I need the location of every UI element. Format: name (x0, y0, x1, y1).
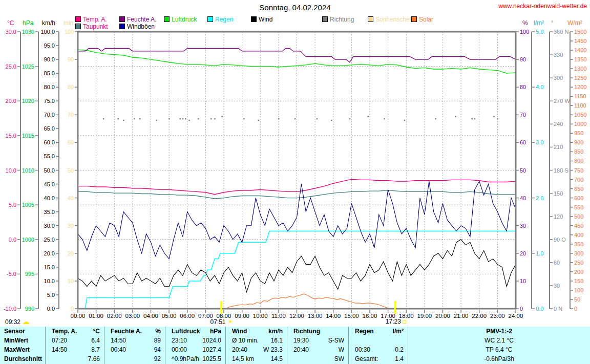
table-cell: Ø 10 min.16.1 (226, 336, 287, 345)
svg-text:10.0: 10.0 (6, 167, 16, 174)
sunset-square-icon (403, 320, 406, 324)
sunrise-time-value: 07:51 (210, 318, 225, 326)
svg-text:0.0: 0.0 (9, 237, 16, 243)
richtung-dot (455, 116, 456, 117)
richtung-dot (198, 118, 199, 120)
weather-station-page: Sonntag, 04.02.2024 www.neckar-odenwald-… (0, 0, 590, 364)
svg-text:10:00: 10:00 (253, 313, 268, 319)
table-row-label: Sensor (0, 327, 45, 336)
svg-text:800: 800 (574, 158, 583, 164)
column-name: Feuchte A. (111, 327, 142, 336)
richtung-dot (384, 118, 386, 120)
svg-text:450: 450 (574, 223, 583, 229)
table-column-pmv-1-2: PMV-1:-2WC 2.1 °CTP 6.4 °C-0.6hPa/3h (408, 327, 590, 364)
svg-text:0: 0 (574, 306, 577, 312)
svg-text:150: 150 (554, 190, 563, 197)
svg-text:4.0: 4.0 (536, 84, 543, 90)
svg-text:04:00: 04:00 (143, 313, 158, 319)
table-cell: 7.66 (46, 354, 104, 363)
svg-text:350: 350 (574, 241, 583, 247)
cell-time: 19:30 (293, 336, 309, 345)
table-column-richtung: Richtung19:30S-SW20:40WSW (287, 327, 348, 364)
richtung-dot (435, 118, 436, 120)
svg-text:0: 0 (71, 306, 74, 312)
cell-value: 0.2 (395, 345, 404, 354)
svg-text:03:00: 03:00 (125, 313, 140, 319)
cell-time: 00:40 (111, 345, 126, 354)
richtung-dot (317, 118, 318, 120)
svg-text:25.0: 25.0 (44, 237, 55, 243)
cell-time: 07:20 (52, 336, 67, 345)
table-cell: TP 6.4 °C (408, 345, 590, 354)
svg-text:1010: 1010 (22, 167, 34, 174)
cell-value: 1.4 (395, 354, 404, 363)
richtung-dot (168, 118, 170, 120)
svg-text:05:00: 05:00 (162, 313, 177, 319)
svg-text:40: 40 (520, 195, 526, 201)
richtung-dot (349, 118, 351, 120)
column-unit: % (155, 327, 161, 336)
svg-text:30: 30 (68, 223, 74, 229)
column-name: Wind (232, 327, 247, 336)
svg-text:90.0: 90.0 (44, 56, 55, 62)
morning-time-label: 09:32 ☁ (5, 317, 29, 326)
column-name: Regen (355, 327, 374, 336)
svg-text:85.0: 85.0 (44, 70, 55, 76)
svg-text:90: 90 (68, 56, 74, 62)
svg-text:300: 300 (554, 75, 563, 81)
svg-text:650: 650 (574, 186, 583, 192)
cell-value: S-SW (328, 336, 344, 345)
svg-text:70: 70 (520, 112, 526, 118)
svg-text:15:00: 15:00 (344, 313, 359, 319)
svg-text:600: 600 (574, 195, 583, 201)
richtung-dot (210, 118, 212, 120)
svg-text:0: 0 (520, 306, 523, 312)
svg-text:14:00: 14:00 (326, 313, 341, 319)
svg-text:0.0: 0.0 (47, 306, 55, 312)
svg-text:06:00: 06:00 (180, 313, 195, 319)
svg-text:0 N: 0 N (554, 306, 562, 312)
table-cell: Gesamt:1.4 (349, 354, 408, 363)
richtung-dot (117, 118, 119, 120)
svg-text:1005: 1005 (22, 202, 34, 208)
svg-text:500: 500 (574, 213, 583, 220)
cell-value: 92 (154, 354, 161, 363)
svg-text:995: 995 (25, 271, 34, 277)
richtung-dot (221, 116, 223, 117)
svg-text:210: 210 (554, 144, 563, 150)
table-cell: 20:40W (287, 345, 348, 354)
svg-text:21:00: 21:00 (454, 313, 469, 319)
table-column-header: PMV-1:-2 (408, 327, 590, 336)
svg-text:60.0: 60.0 (44, 139, 55, 145)
svg-text:1000: 1000 (574, 121, 586, 127)
cell-value: 89 (154, 336, 161, 345)
svg-text:10.0: 10.0 (44, 278, 55, 284)
table-column-header: Richtung (287, 327, 348, 336)
column-unit: °C (93, 327, 100, 336)
table-column-temp-a-: Temp. A.°C07:206.414:508.77.66 (45, 327, 104, 364)
svg-text:16:00: 16:00 (363, 313, 377, 319)
table-row-label-column: SensorMinWertMaxWertDurchschnitt (0, 327, 45, 364)
cell-value: 1024.0 (202, 336, 221, 345)
svg-text:50: 50 (68, 167, 74, 174)
svg-text:60: 60 (68, 139, 74, 145)
svg-text:50: 50 (520, 167, 526, 174)
svg-text:3.0: 3.0 (536, 139, 543, 145)
column-name: Temp. A. (52, 327, 77, 336)
svg-text:400: 400 (574, 232, 583, 238)
svg-text:24:00: 24:00 (509, 313, 523, 319)
table-cell: ^0.9hPa/h1025.5 (165, 354, 225, 363)
table-column-header: Regenl/m² (349, 327, 408, 336)
svg-text:950: 950 (574, 130, 583, 136)
svg-text:1500: 1500 (574, 29, 586, 35)
table-cell: 23:101024.0 (165, 336, 225, 345)
cell-value: 1027.4 (202, 345, 221, 354)
svg-text:240: 240 (554, 121, 563, 127)
svg-text:40: 40 (68, 195, 74, 201)
table-cell: 20:40W 23.3 (226, 345, 287, 354)
table-cell: 00:001027.4 (165, 345, 225, 354)
cell-time: 14:50 (111, 336, 126, 345)
svg-text:-5.0: -5.0 (7, 271, 16, 277)
svg-text:180 S: 180 S (554, 167, 568, 174)
svg-text:00:00: 00:00 (71, 313, 86, 319)
